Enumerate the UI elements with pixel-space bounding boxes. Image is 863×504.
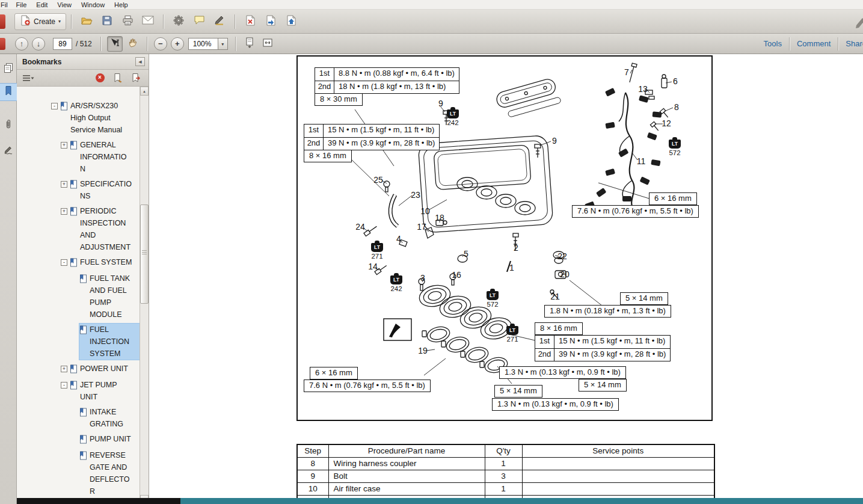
- delete-bookmark-button[interactable]: ×: [93, 72, 106, 85]
- save-icon: [102, 15, 112, 28]
- scrollbar-grip: [142, 250, 147, 251]
- zoom-out-button[interactable]: −: [154, 37, 167, 51]
- part-number-label: 22: [557, 251, 567, 261]
- expander-plus-icon[interactable]: +: [61, 181, 67, 188]
- signature-pen-icon: [214, 15, 226, 28]
- torque-spec-callout-e: 1st15 N • m (1.5 kgf • m, 11 ft • lb) 2n…: [535, 335, 671, 361]
- column-qty: Q'ty: [485, 444, 522, 457]
- bookmark-options-button[interactable]: [22, 72, 35, 85]
- loctite-tag: LT242: [445, 109, 461, 126]
- navigation-pane-rail: [0, 54, 17, 504]
- bookmark-label[interactable]: GENERAL INFORMATIO N: [70, 139, 130, 175]
- menu-file[interactable]: File: [11, 1, 32, 8]
- expander-minus-icon[interactable]: -: [61, 259, 67, 266]
- page-scroll-icon: [245, 37, 254, 51]
- bookmark-item-general-information[interactable]: + GENERAL INFORMATIO N: [17, 139, 140, 175]
- remove-attachment-button[interactable]: [241, 13, 259, 30]
- email-button[interactable]: [139, 13, 157, 30]
- collapse-panel-button[interactable]: ◀: [135, 57, 145, 66]
- bookmark-label[interactable]: JET PUMP UNIT: [70, 379, 120, 403]
- bookmark-label[interactable]: FUEL TANK AND FUEL PUMP MODULE: [79, 272, 133, 321]
- table-header-row: Step Procedure/Part name Q'ty Service po…: [297, 444, 714, 457]
- part-number-label: 21: [550, 292, 560, 301]
- bookmark-item-fuel-system[interactable]: - FUEL SYSTEM: [17, 256, 140, 269]
- exploded-diagram-frame: 1st8.8 N • m (0.88 kgf • m, 6.4 ft • lb)…: [296, 55, 713, 421]
- torque-value: 39 N • m (3.9 kgf • m, 28 ft • lb): [324, 138, 439, 150]
- bookmark-item-fuel-injection-system[interactable]: FUEL INJECTION SYSTEM: [17, 324, 140, 360]
- zoom-in-button[interactable]: +: [171, 37, 184, 51]
- expander-plus-icon[interactable]: +: [61, 208, 67, 215]
- expander-plus-icon[interactable]: +: [61, 142, 67, 149]
- expander-minus-icon[interactable]: -: [51, 103, 58, 109]
- fullscreen-button[interactable]: [260, 36, 275, 52]
- part-number-label: 14: [368, 262, 378, 271]
- bookmark-item-power-unit[interactable]: + POWER UNIT: [17, 363, 140, 376]
- bookmark-page-icon: [79, 325, 87, 337]
- share-link[interactable]: Share: [846, 39, 863, 48]
- cell-name: Wiring harness coupler: [328, 457, 485, 470]
- bookmark-label[interactable]: POWER UNIT: [70, 363, 131, 376]
- bookmark-item-fuel-tank[interactable]: FUEL TANK AND FUEL PUMP MODULE: [17, 272, 140, 321]
- tools-link[interactable]: Tools: [764, 39, 782, 48]
- scrollbar-up-button[interactable]: ▲: [140, 87, 149, 96]
- part-number-label: 9: [438, 99, 443, 108]
- expander-minus-icon[interactable]: -: [61, 382, 67, 389]
- page-thumbnails-button[interactable]: [0, 60, 17, 78]
- scrollbar-thumb[interactable]: [140, 204, 149, 304]
- new-bookmark-button[interactable]: [111, 72, 124, 85]
- document-page[interactable]: 1st8.8 N • m (0.88 kgf • m, 6.4 ft • lb)…: [149, 54, 863, 504]
- bookmark-label[interactable]: REVERSE GATE AND DEFLECTO R: [79, 449, 132, 497]
- share-upload-button[interactable]: [282, 13, 300, 30]
- bookmark-label[interactable]: SPECIFICATIO NS: [70, 178, 135, 202]
- menu-help[interactable]: Help: [109, 1, 133, 8]
- comment-link[interactable]: Comment: [797, 39, 831, 48]
- chevron-down-icon[interactable]: ▾: [218, 38, 228, 50]
- previous-page-button[interactable]: ↑: [15, 37, 28, 51]
- attachments-panel-button[interactable]: [0, 117, 17, 135]
- print-button[interactable]: [118, 13, 137, 30]
- part-number-label: 8: [674, 102, 679, 112]
- create-button[interactable]: Create ▾: [14, 13, 66, 30]
- menu-fil[interactable]: Fil: [0, 1, 11, 8]
- zoom-level-dropdown[interactable]: 100% ▾: [188, 38, 228, 50]
- next-page-button[interactable]: ↓: [32, 37, 45, 51]
- bookmark-item-specifications[interactable]: + SPECIFICATIO NS: [17, 178, 140, 202]
- signatures-panel-button[interactable]: [0, 142, 17, 160]
- select-tool-button[interactable]: [107, 36, 123, 52]
- column-service-points: Service points: [522, 444, 714, 457]
- bookmarks-panel: Bookmarks ◀ × - AR/SR/SX230 High Output …: [17, 54, 149, 504]
- zoom-level-value: 100%: [188, 38, 218, 50]
- document-export-icon: [266, 15, 276, 28]
- sign-button[interactable]: [210, 13, 229, 30]
- page-number-input[interactable]: [53, 38, 72, 50]
- open-file-button[interactable]: [78, 13, 96, 30]
- menu-view[interactable]: View: [52, 1, 76, 8]
- menu-edit[interactable]: Edit: [31, 1, 52, 8]
- torque-callout-g: 1.3 N • m (0.13 kgf • m, 0.9 ft • lb): [499, 366, 626, 379]
- bookmark-label[interactable]: AR/SR/SX230 High Output Service Manual: [60, 100, 125, 136]
- save-button[interactable]: [98, 13, 116, 30]
- menu-window[interactable]: Window: [76, 1, 109, 8]
- bookmark-item-intake-grating[interactable]: INTAKE GRATING: [17, 406, 140, 430]
- bookmark-item-jet-pump-unit[interactable]: - JET PUMP UNIT: [17, 379, 140, 403]
- bookmark-label[interactable]: FUEL SYSTEM: [70, 256, 135, 269]
- bookmark-item-periodic-inspection[interactable]: + PERIODIC INSPECTION AND ADJUSTMENT: [17, 205, 140, 253]
- goto-bookmark-button[interactable]: [129, 72, 143, 85]
- bookmark-label[interactable]: INTAKE GRATING: [79, 406, 126, 430]
- bookmarks-panel-button[interactable]: [0, 83, 17, 101]
- bookmark-label[interactable]: PUMP UNIT: [79, 433, 134, 446]
- export-button[interactable]: [262, 13, 280, 30]
- scrolling-mode-button[interactable]: [242, 36, 257, 52]
- hand-tool-button[interactable]: [125, 36, 141, 52]
- bookmark-label[interactable]: PERIODIC INSPECTION AND ADJUSTMENT: [70, 205, 134, 253]
- expander-plus-icon[interactable]: +: [61, 366, 67, 372]
- taskbar-dark-segment: [17, 498, 180, 504]
- bookmark-label-selected[interactable]: FUEL INJECTION SYSTEM: [79, 324, 140, 360]
- bookmark-item-reverse-gate[interactable]: REVERSE GATE AND DEFLECTO R: [17, 449, 140, 497]
- bookmark-item-pump-unit[interactable]: PUMP UNIT: [17, 433, 140, 446]
- bookmarks-scrollbar[interactable]: ▲ ▼: [140, 87, 149, 504]
- bookmark-item-service-manual[interactable]: - AR/SR/SX230 High Output Service Manual: [17, 100, 140, 136]
- comment-button[interactable]: [190, 13, 208, 30]
- settings-button[interactable]: [170, 13, 188, 30]
- loctite-code: 572: [667, 149, 683, 156]
